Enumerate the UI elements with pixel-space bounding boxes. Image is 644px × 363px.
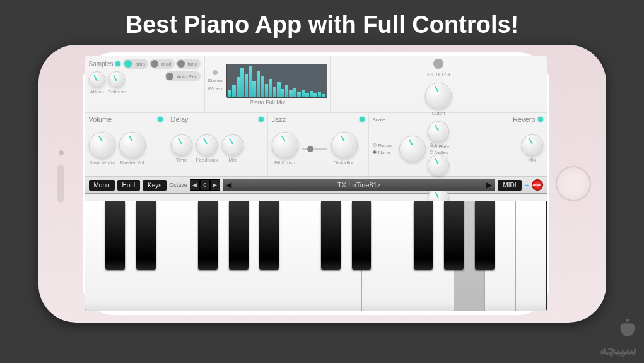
- phone-frame: Samples amp mod tune Attack: [38, 45, 606, 323]
- black-key压[interactable]: [259, 201, 279, 270]
- octave-label: Octave: [169, 182, 187, 188]
- knob-release[interactable]: Release: [108, 71, 126, 95]
- stereo-led[interactable]: [213, 70, 218, 75]
- preset-name: TX LoTine81z: [337, 181, 380, 189]
- bluetooth-icon[interactable]: ⌁: [524, 180, 529, 190]
- volume-panel: Volume Sample Vol Master Vol: [85, 113, 167, 176]
- black-key[interactable]: [105, 201, 125, 270]
- black-key[interactable]: [414, 201, 433, 270]
- midi-button[interactable]: MIDI: [498, 180, 521, 191]
- reverb-led[interactable]: [538, 117, 543, 122]
- knob-cutoff[interactable]: Cutoff: [425, 83, 452, 116]
- watermark: سیبچه: [600, 318, 636, 358]
- waveform-display[interactable]: [226, 64, 327, 98]
- keys-button[interactable]: Keys: [143, 180, 167, 191]
- black-key[interactable]: [136, 201, 156, 270]
- octave-value: 0: [200, 179, 210, 191]
- delay-panel: Delay Time Feedback Mix: [167, 113, 268, 176]
- reverb-panel: Scale Reverb Room None Hall: [369, 113, 547, 176]
- knob-delay-time[interactable]: Time: [171, 134, 192, 163]
- reverb-opt-hall[interactable]: Hall: [430, 143, 448, 148]
- toggle-tune[interactable]: tune: [176, 59, 201, 69]
- piano-keyboard: [85, 201, 547, 311]
- phone-speaker: [57, 165, 64, 203]
- knob-reverb-mix[interactable]: Mix: [522, 134, 543, 163]
- toggle-autopan[interactable]: Auto Pan: [165, 71, 201, 81]
- delay-title: Delay: [171, 116, 189, 123]
- knob-reverb-size[interactable]: [399, 136, 426, 162]
- filters-panel: FILTERS Cutoff LFO Rate LFO Amt Res: [331, 56, 547, 112]
- samples-panel: Samples amp mod tune Attack: [85, 56, 206, 112]
- volume-title: Volume: [89, 116, 112, 123]
- samples-led[interactable]: [115, 61, 120, 66]
- reverb-opt-none[interactable]: None: [373, 150, 392, 155]
- preset-selector[interactable]: ◀ TX LoTine81z ▶: [223, 179, 496, 191]
- waveform-panel: Stereo Widen: [205, 56, 331, 112]
- filters-indicator[interactable]: [433, 59, 443, 69]
- app-screen: Samples amp mod tune Attack: [85, 56, 547, 311]
- knob-attack[interactable]: Attack: [89, 71, 105, 95]
- home-button[interactable]: [556, 166, 591, 201]
- octave-stepper: ◀ 0 ▶: [190, 179, 220, 191]
- hold-button[interactable]: Hold: [117, 180, 141, 191]
- knob-sample-vol[interactable]: Sample Vol: [89, 132, 115, 165]
- black-key[interactable]: [321, 201, 341, 270]
- white-key[interactable]: [516, 201, 547, 311]
- reverb-opt-valley[interactable]: Valley: [430, 150, 448, 155]
- jazz-title: Jazz: [272, 116, 286, 123]
- knob-master-vol[interactable]: Master Vol: [119, 132, 146, 165]
- samples-title: Samples: [89, 61, 114, 68]
- knob-delay-feedback[interactable]: Feedback: [196, 134, 218, 163]
- toggle-amp[interactable]: amp: [123, 59, 148, 69]
- phone-camera: [59, 150, 64, 155]
- knob-bitcrush[interactable]: Bit Crush: [272, 132, 298, 165]
- mono-button[interactable]: Mono: [89, 180, 115, 191]
- panic-button[interactable]: PANIC: [532, 179, 543, 191]
- waveform-label: Piano Full Mix: [250, 99, 286, 105]
- volume-led[interactable]: [158, 117, 163, 122]
- jazz-led[interactable]: [360, 117, 365, 122]
- reverb-title: Reverb: [513, 116, 535, 123]
- octave-down[interactable]: ◀: [190, 179, 200, 191]
- black-key[interactable]: [444, 201, 464, 270]
- toggle-mod[interactable]: mod: [149, 59, 175, 69]
- knob-distortion[interactable]: Distortion: [331, 132, 358, 165]
- preset-prev-icon[interactable]: ◀: [226, 181, 231, 189]
- jazz-slider[interactable]: [302, 148, 327, 150]
- delay-led[interactable]: [259, 117, 264, 122]
- preset-next-icon[interactable]: ▶: [486, 181, 492, 189]
- toolbar: Mono Hold Keys Octave ◀ 0 ▶ ◀ TX LoTine8…: [85, 176, 547, 194]
- reverb-opt-room[interactable]: Room: [373, 143, 392, 148]
- black-key[interactable]: [198, 201, 218, 270]
- black-key[interactable]: [229, 201, 249, 270]
- black-key[interactable]: [475, 201, 495, 270]
- page-headline: Best Piano App with Full Controls!: [0, 0, 644, 45]
- jazz-panel: Jazz Bit Crush Distortion: [268, 113, 369, 176]
- black-key[interactable]: [352, 201, 372, 270]
- filters-title: FILTERS: [427, 71, 450, 78]
- octave-up[interactable]: ▶: [210, 179, 220, 191]
- knob-delay-mix[interactable]: Mix: [222, 134, 243, 163]
